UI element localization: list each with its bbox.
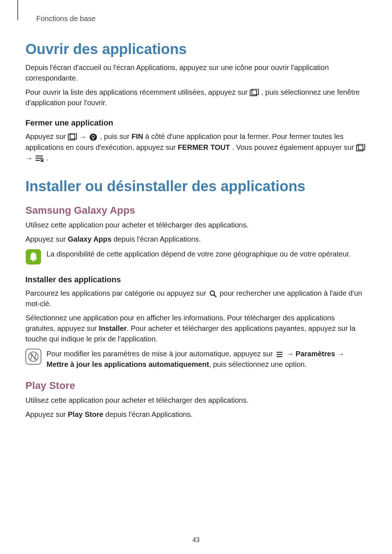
arrow-icon: →	[25, 153, 33, 164]
page-number: 43	[0, 536, 392, 544]
paragraph-galaxy-1: Utilisez cette application pour acheter …	[25, 220, 367, 230]
close-all-icon	[35, 155, 44, 163]
bell-note-icon	[25, 249, 41, 265]
text: .	[46, 154, 48, 162]
note-text: La disponibilité de cette application dé…	[46, 249, 351, 259]
breadcrumb: Fonctions de base	[36, 15, 367, 23]
recent-apps-icon	[356, 144, 366, 152]
paragraph-open-1: Depuis l'écran d'accueil ou l'écran Appl…	[25, 62, 367, 83]
svg-line-16	[214, 295, 216, 297]
label-play-store: Play Store	[68, 410, 103, 418]
text: Appuyez sur	[25, 235, 68, 243]
heading-install-apps: Installer des applications	[25, 275, 367, 284]
text: depuis l'écran Applications.	[111, 235, 201, 243]
label-parametres: Paramètres	[295, 350, 335, 358]
arrow-icon: →	[79, 132, 86, 142]
paragraph-play-1: Utilisez cette application pour acheter …	[25, 395, 367, 406]
note-availability: La disponibilité de cette application dé…	[25, 249, 367, 265]
recent-apps-icon	[250, 89, 259, 97]
arrow-icon: →	[335, 350, 344, 358]
menu-icon	[275, 350, 284, 358]
paragraph-close: Appuyez sur → , puis sur FIN à côté d'un…	[25, 131, 367, 164]
label-installer: Installer	[99, 324, 127, 332]
arrow-icon: →	[286, 350, 296, 358]
heading-play-store: Play Store	[25, 380, 367, 391]
note-text: Pour modifier les paramètres de mise à j…	[46, 349, 367, 370]
label-galaxy-apps: Galaxy Apps	[68, 235, 111, 243]
note-update-settings: Pour modifier les paramètres de mise à j…	[25, 349, 367, 370]
heading-galaxy-apps: Samsung Galaxy Apps	[25, 205, 367, 216]
text: , puis sur	[100, 132, 131, 140]
text: . Vous pouvez également appuyer sur	[232, 143, 356, 151]
text: Appuyez sur	[25, 132, 68, 140]
text: Appuyez sur	[25, 410, 68, 418]
heading-open-apps: Ouvrir des applications	[25, 41, 367, 57]
paragraph-install-2: Sélectionnez une application pour en aff…	[25, 313, 367, 344]
heading-install-uninstall: Installer ou désinstaller des applicatio…	[25, 178, 367, 194]
svg-rect-14	[32, 260, 34, 261]
text: Pour ouvrir la liste des applications ré…	[25, 88, 250, 96]
heading-close-app: Fermer une application	[25, 118, 367, 128]
label-fin: FIN	[131, 132, 143, 140]
text: depuis l'écran Applications.	[103, 410, 193, 418]
recent-apps-icon	[68, 133, 77, 141]
task-manager-icon	[89, 133, 98, 141]
paragraph-install-1: Parcourez les applications par catégorie…	[25, 288, 367, 309]
search-icon	[208, 290, 218, 298]
svg-point-15	[210, 291, 215, 295]
page-side-marker	[17, 0, 18, 20]
text: , puis sélectionnez une option.	[209, 360, 307, 368]
label-auto-update: Mettre à jour les applications automatiq…	[46, 360, 209, 368]
paragraph-play-2: Appuyez sur Play Store depuis l'écran Ap…	[25, 409, 367, 420]
paragraph-galaxy-2: Appuyez sur Galaxy Apps depuis l'écran A…	[25, 234, 367, 245]
label-fermer-tout: FERMER TOUT	[178, 143, 230, 151]
text: Parcourez les applications par catégorie…	[25, 289, 208, 297]
paragraph-open-2: Pour ouvrir la liste des applications ré…	[25, 87, 367, 108]
text: Pour modifier les paramètres de mise à j…	[46, 350, 275, 358]
info-note-icon	[25, 349, 41, 365]
